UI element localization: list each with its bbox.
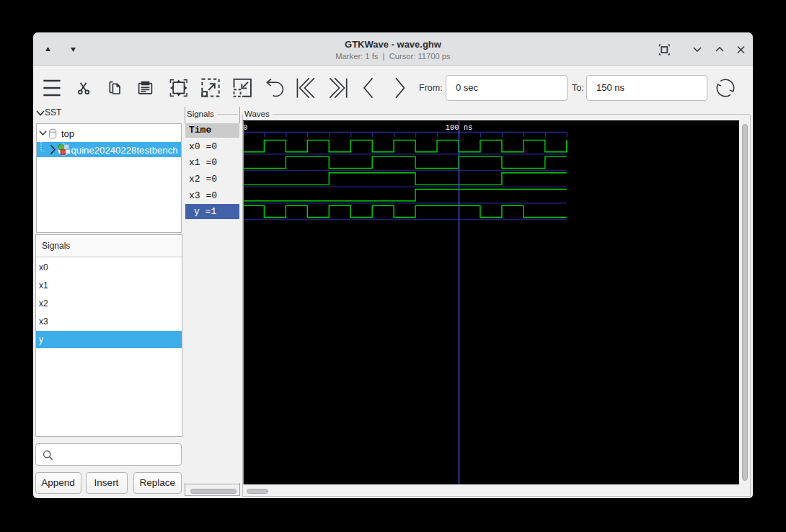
svg-text:quine20240228testbench: quine20240228testbench xyxy=(71,145,178,156)
svg-text:top: top xyxy=(61,128,74,139)
